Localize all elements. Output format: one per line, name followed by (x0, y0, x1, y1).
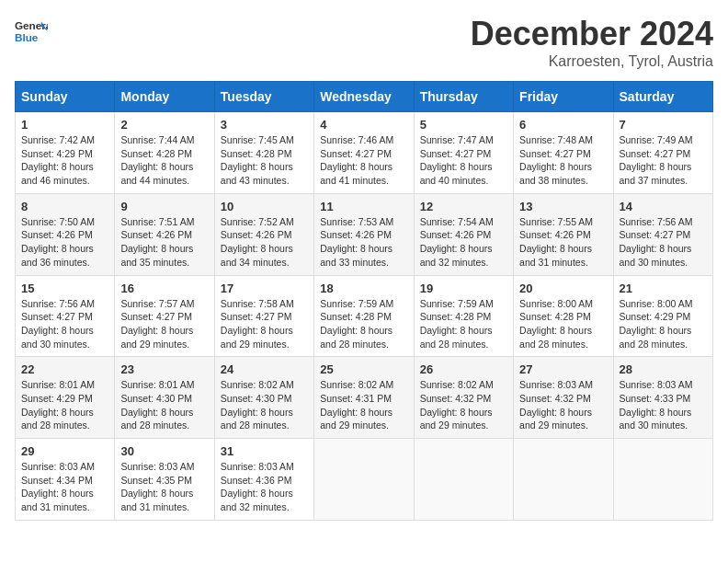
location-subtitle: Karroesten, Tyrol, Austria (471, 53, 713, 70)
month-title: December 2024 (471, 15, 713, 53)
list-item: 28 Sunrise: 8:03 AMSunset: 4:33 PMDaylig… (613, 357, 712, 439)
col-sunday: Sunday (16, 82, 115, 112)
table-row: 15 Sunrise: 7:56 AMSunset: 4:27 PMDaylig… (16, 275, 713, 357)
list-item: 17 Sunrise: 7:58 AMSunset: 4:27 PMDaylig… (214, 275, 313, 357)
list-item: 22 Sunrise: 8:01 AMSunset: 4:29 PMDaylig… (16, 357, 115, 439)
list-item: 3 Sunrise: 7:45 AMSunset: 4:28 PMDayligh… (214, 112, 313, 194)
page-header: General Blue December 2024 Karroesten, T… (15, 15, 713, 70)
calendar-table: Sunday Monday Tuesday Wednesday Thursday… (15, 81, 713, 521)
logo: General Blue (15, 15, 48, 48)
list-item: 20 Sunrise: 8:00 AMSunset: 4:28 PMDaylig… (514, 275, 613, 357)
list-item (314, 439, 414, 521)
list-item: 27 Sunrise: 8:03 AMSunset: 4:32 PMDaylig… (514, 357, 613, 439)
list-item: 8 Sunrise: 7:50 AMSunset: 4:26 PMDayligh… (16, 193, 115, 275)
col-monday: Monday (115, 82, 214, 112)
list-item: 18 Sunrise: 7:59 AMSunset: 4:28 PMDaylig… (314, 275, 414, 357)
list-item: 15 Sunrise: 7:56 AMSunset: 4:27 PMDaylig… (16, 275, 115, 357)
table-row: 29 Sunrise: 8:03 AMSunset: 4:34 PMDaylig… (16, 439, 713, 521)
list-item: 30 Sunrise: 8:03 AMSunset: 4:35 PMDaylig… (115, 439, 214, 521)
list-item: 29 Sunrise: 8:03 AMSunset: 4:34 PMDaylig… (16, 439, 115, 521)
list-item: 23 Sunrise: 8:01 AMSunset: 4:30 PMDaylig… (115, 357, 214, 439)
col-wednesday: Wednesday (314, 82, 414, 112)
col-thursday: Thursday (414, 82, 513, 112)
list-item: 24 Sunrise: 8:02 AMSunset: 4:30 PMDaylig… (214, 357, 313, 439)
list-item: 26 Sunrise: 8:02 AMSunset: 4:32 PMDaylig… (414, 357, 513, 439)
col-tuesday: Tuesday (214, 82, 313, 112)
table-row: 1 Sunrise: 7:42 AMSunset: 4:29 PMDayligh… (16, 112, 713, 194)
list-item: 9 Sunrise: 7:51 AMSunset: 4:26 PMDayligh… (115, 193, 214, 275)
col-saturday: Saturday (613, 82, 712, 112)
list-item: 6 Sunrise: 7:48 AMSunset: 4:27 PMDayligh… (514, 112, 613, 194)
svg-text:Blue: Blue (15, 31, 39, 43)
logo-icon: General Blue (15, 15, 48, 48)
list-item: 10 Sunrise: 7:52 AMSunset: 4:26 PMDaylig… (214, 193, 313, 275)
list-item: 1 Sunrise: 7:42 AMSunset: 4:29 PMDayligh… (16, 112, 115, 194)
list-item: 25 Sunrise: 8:02 AMSunset: 4:31 PMDaylig… (314, 357, 414, 439)
list-item: 7 Sunrise: 7:49 AMSunset: 4:27 PMDayligh… (613, 112, 712, 194)
list-item (514, 439, 613, 521)
list-item: 12 Sunrise: 7:54 AMSunset: 4:26 PMDaylig… (414, 193, 513, 275)
list-item: 13 Sunrise: 7:55 AMSunset: 4:26 PMDaylig… (514, 193, 613, 275)
table-row: 22 Sunrise: 8:01 AMSunset: 4:29 PMDaylig… (16, 357, 713, 439)
list-item: 19 Sunrise: 7:59 AMSunset: 4:28 PMDaylig… (414, 275, 513, 357)
list-item: 4 Sunrise: 7:46 AMSunset: 4:27 PMDayligh… (314, 112, 414, 194)
list-item: 16 Sunrise: 7:57 AMSunset: 4:27 PMDaylig… (115, 275, 214, 357)
list-item: 21 Sunrise: 8:00 AMSunset: 4:29 PMDaylig… (613, 275, 712, 357)
list-item (613, 439, 712, 521)
list-item: 14 Sunrise: 7:56 AMSunset: 4:27 PMDaylig… (613, 193, 712, 275)
list-item: 2 Sunrise: 7:44 AMSunset: 4:28 PMDayligh… (115, 112, 214, 194)
list-item: 5 Sunrise: 7:47 AMSunset: 4:27 PMDayligh… (414, 112, 513, 194)
title-block: December 2024 Karroesten, Tyrol, Austria (471, 15, 713, 70)
col-friday: Friday (514, 82, 613, 112)
list-item: 31 Sunrise: 8:03 AMSunset: 4:36 PMDaylig… (214, 439, 313, 521)
table-row: 8 Sunrise: 7:50 AMSunset: 4:26 PMDayligh… (16, 193, 713, 275)
list-item (414, 439, 513, 521)
list-item: 11 Sunrise: 7:53 AMSunset: 4:26 PMDaylig… (314, 193, 414, 275)
